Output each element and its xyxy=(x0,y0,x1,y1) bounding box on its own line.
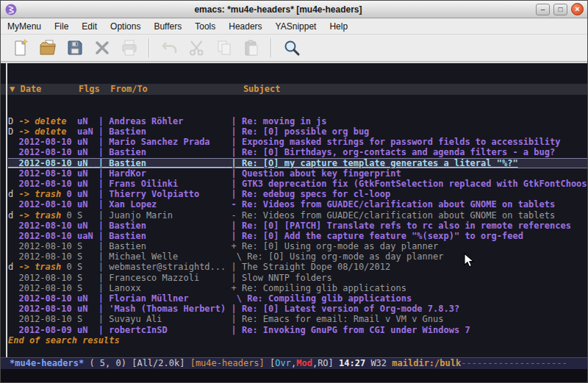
message-row[interactable]: 2012-08-10 uN | Mario Sanchez Prada | Ex… xyxy=(8,137,587,147)
message-row[interactable]: D -> delete uN | Andreas Röhler | Re: mo… xyxy=(8,116,587,126)
flags: uaN xyxy=(77,126,93,137)
flags: S xyxy=(77,241,93,251)
from: Thierry Volpiatto xyxy=(109,189,226,199)
thread-prefix: | xyxy=(226,273,242,283)
date: 2012-08-10 xyxy=(18,158,76,168)
date: 2012-08-10 xyxy=(18,221,76,231)
message-row[interactable]: 2012-08-10 uN | Bastien | Re: [O] my cap… xyxy=(8,158,587,168)
message-row[interactable]: 2012-08-10 uaN | Bastien | Re: [0] Add t… xyxy=(8,231,587,241)
cut-icon xyxy=(188,39,206,57)
from: Frans Oilinki xyxy=(109,179,226,189)
new-file-icon xyxy=(12,39,29,57)
thread-prefix: | xyxy=(226,147,242,157)
message-row[interactable]: 2012-08-09 uN | robertcInSD | Re: Invoki… xyxy=(8,325,587,335)
buffer-area[interactable]: ▼ Date Flgs From/To Subject D -> delete … xyxy=(1,62,587,357)
search-button[interactable] xyxy=(281,37,302,59)
menu-help[interactable]: Help xyxy=(323,19,354,34)
flags: uN xyxy=(77,199,93,210)
message-row[interactable]: d -> trash 0 S | Juanjo Marin - Re: Vide… xyxy=(8,210,587,221)
date: 2012-08-10 xyxy=(18,199,76,210)
mark-flag xyxy=(8,168,18,179)
menu-buffers[interactable]: Buffers xyxy=(147,19,188,34)
mark-flag: D xyxy=(8,126,18,137)
menu-tools[interactable]: Tools xyxy=(188,19,222,34)
print-icon xyxy=(121,39,138,57)
thread-prefix: | xyxy=(226,126,242,137)
subject: Re: Compiling glib applications xyxy=(242,283,406,293)
menu-headers[interactable]: Headers xyxy=(222,19,268,34)
titlebar[interactable]: emacs: *mu4e-headers* [mu4e-headers] – □… xyxy=(1,1,587,18)
mu4e-headers-buffer: ▼ Date Flgs From/To Subject D -> delete … xyxy=(8,63,587,357)
undo-button xyxy=(159,37,180,59)
header-line[interactable]: ▼ Date Flgs From/To Subject xyxy=(1,84,587,95)
flags: uN xyxy=(77,179,93,189)
message-row[interactable]: 2012-08-10 uN | Frans Oilinki | GTK3 dep… xyxy=(8,179,587,189)
date: 2012-08-10 xyxy=(18,304,76,314)
flags: S xyxy=(77,314,93,324)
mark-flag xyxy=(8,325,18,335)
kill-buffer-button[interactable] xyxy=(91,37,112,59)
thread-prefix: | xyxy=(226,231,242,241)
cut-button xyxy=(186,37,207,59)
scrollbar[interactable] xyxy=(6,63,7,357)
save-button[interactable] xyxy=(64,37,85,59)
mark-flag xyxy=(8,137,18,147)
from: webmaster@straightd... xyxy=(109,262,226,272)
thread-prefix: | xyxy=(226,189,242,199)
from: Bastien xyxy=(109,231,226,241)
message-row[interactable]: 2012-08-10 uN | Bastien | Re: [0] [PATCH… xyxy=(8,221,587,231)
date: 2012-08-10 xyxy=(18,273,76,283)
menu-yasnippet[interactable]: YASnippet xyxy=(269,19,323,34)
open-file-button[interactable] xyxy=(37,37,58,59)
flags: uN xyxy=(77,325,93,335)
window-title: emacs: *mu4e-headers* [mu4e-headers] xyxy=(21,4,536,15)
thread-prefix: + xyxy=(226,241,242,251)
new-file-button[interactable] xyxy=(10,37,31,59)
menu-mymenu[interactable]: MyMenu xyxy=(1,19,48,34)
subject: Question about key fingerprint xyxy=(242,168,401,179)
from: Andreas Röhler xyxy=(109,116,226,126)
from: Florian Müllner xyxy=(109,293,226,304)
message-row[interactable]: 2012-08-10 S | Francesco Mazzoli | Slow … xyxy=(8,273,587,283)
maximize-button[interactable]: □ xyxy=(553,4,567,15)
toolbar xyxy=(1,35,587,62)
from: Suvayu Ali xyxy=(109,314,226,324)
message-row[interactable]: d -> trash 0 uN | Thierry Volpiatto | Re… xyxy=(8,189,587,199)
minimize-button[interactable]: – xyxy=(536,4,550,15)
date: 2012-08-10 xyxy=(18,147,76,157)
emacs-icon xyxy=(4,3,18,16)
message-row[interactable]: D -> delete uaN | Bastien | Re: [0] poss… xyxy=(8,126,587,137)
modeline-segment: [All/2.0k] xyxy=(132,358,190,368)
menu-options[interactable]: Options xyxy=(104,19,147,34)
modeline-segment: Ovr xyxy=(275,358,291,368)
echo-area[interactable] xyxy=(1,369,587,382)
mark-action: -> delete xyxy=(18,126,66,137)
subject: Re: moving in js xyxy=(242,116,327,126)
message-row[interactable]: 2012-08-10 uN | Xan Lopez - Re: Videos f… xyxy=(8,199,587,210)
message-row[interactable]: 2012-08-10 S | Suvayu Ali | Re: Emacs fo… xyxy=(8,314,587,324)
from: HardKor xyxy=(109,168,226,179)
menu-edit[interactable]: Edit xyxy=(75,19,104,34)
subject: Re: [0] Latest version of Org-mode 7.8.3… xyxy=(242,304,459,314)
message-row[interactable]: 2012-08-10 uN | Bastien | Re: [0] Birthd… xyxy=(8,147,587,157)
message-row[interactable]: 2012-08-10 uN | HardKor | Question about… xyxy=(8,168,587,179)
modeline-segment: ( 5, 0) xyxy=(84,358,132,368)
thread-prefix: | xyxy=(226,314,242,324)
menu-file[interactable]: File xyxy=(48,19,75,34)
message-row[interactable]: 2012-08-10 S | Michael Welle \ Re: [O] U… xyxy=(8,251,587,262)
mark-flag xyxy=(8,147,18,157)
mode-line[interactable]: *mu4e-headers* ( 5, 0) [All/2.0k] [mu4e-… xyxy=(1,357,587,369)
close-button[interactable]: × xyxy=(571,3,584,15)
flags: uN xyxy=(77,168,93,179)
message-row[interactable]: 2012-08-10 S | Lanoxx + Re: Compiling gl… xyxy=(8,283,587,293)
mark-flag xyxy=(8,251,18,262)
subject: Re: Invoking GnuPG from CGI under Window… xyxy=(242,325,470,335)
print-button xyxy=(118,37,140,59)
message-row[interactable]: d -> trash 0 S | webmaster@straightd... … xyxy=(8,262,587,272)
mark-flag xyxy=(8,199,18,210)
message-row[interactable]: 2012-08-10 uN | Florian Müllner \ Re: Co… xyxy=(8,293,587,304)
message-row[interactable]: 2012-08-10 S | Bastien + Re: [0] Using o… xyxy=(8,241,587,251)
flags: S xyxy=(77,283,93,293)
message-row[interactable]: 2012-08-10 uN | 'Mash (Thomas Herbert) |… xyxy=(8,304,587,314)
flags: S xyxy=(77,273,93,283)
